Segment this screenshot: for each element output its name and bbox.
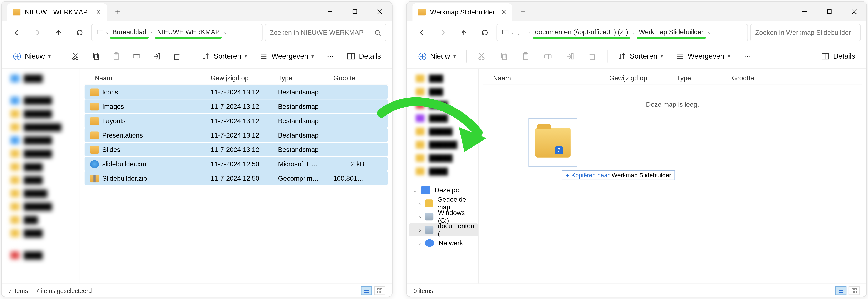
- maximize-button[interactable]: [342, 2, 367, 21]
- navigation-pane[interactable]: ████ ██████ ██████ ████████ ██████ █████…: [2, 69, 80, 284]
- chevron-down-icon: ▾: [454, 53, 456, 59]
- breadcrumb-segment[interactable]: documenten (\\ppt-office01) (Z:): [533, 27, 630, 38]
- col-type[interactable]: Type: [670, 74, 725, 81]
- tab-active[interactable]: Werkmap Slidebuilder ✕: [412, 3, 512, 21]
- chevron-right-icon: ›: [106, 30, 108, 36]
- plus-icon: +: [565, 172, 569, 178]
- table-row[interactable]: Presentations11-7-2024 13:12Bestandsmap: [85, 128, 388, 142]
- table-row[interactable]: Images11-7-2024 13:12Bestandsmap: [85, 99, 388, 113]
- paste-button[interactable]: [516, 48, 535, 64]
- breadcrumb-segment[interactable]: Bureaublad: [110, 27, 149, 38]
- back-button[interactable]: [412, 24, 431, 41]
- maximize-button[interactable]: [816, 2, 841, 21]
- col-modified[interactable]: Gewijzigd op: [204, 74, 272, 81]
- sort-button[interactable]: Sorteren ▾: [197, 48, 252, 64]
- share-button[interactable]: [561, 48, 579, 64]
- tree-documenten[interactable]: ›documenten (: [409, 223, 478, 236]
- details-view-toggle[interactable]: [361, 286, 372, 295]
- tree-network[interactable]: ›Netwerk: [409, 236, 478, 250]
- tree-shared[interactable]: ›Gedeelde map: [409, 197, 478, 210]
- svg-rect-28: [348, 53, 354, 59]
- svg-rect-1: [353, 9, 356, 13]
- file-list[interactable]: Naam Gewijzigd op Type Grootte Deze map …: [479, 69, 866, 284]
- table-row[interactable]: Layouts11-7-2024 13:12Bestandsmap: [85, 114, 388, 128]
- search-box[interactable]: [265, 24, 386, 41]
- thumbnail-view-toggle[interactable]: [848, 286, 860, 295]
- back-button[interactable]: [7, 24, 26, 41]
- folder-icon: [90, 117, 99, 125]
- svg-line-7: [379, 34, 380, 35]
- more-button[interactable]: ⋯: [322, 48, 339, 64]
- explorer-window-target: Werkmap Slidebuilder ✕ ＋ › … › documente…: [406, 1, 867, 297]
- search-input[interactable]: [270, 29, 371, 36]
- forward-button[interactable]: [433, 24, 452, 41]
- delete-button[interactable]: [168, 48, 186, 64]
- search-box[interactable]: [750, 24, 861, 41]
- table-row[interactable]: Icons11-7-2024 13:12Bestandsmap: [85, 85, 388, 99]
- refresh-button[interactable]: [475, 24, 494, 41]
- table-row[interactable]: Slides11-7-2024 13:12Bestandsmap: [85, 142, 388, 156]
- new-tab-button[interactable]: ＋: [515, 4, 531, 20]
- view-button[interactable]: Weergeven ▾: [255, 48, 319, 64]
- breadcrumb-overflow[interactable]: …: [516, 28, 527, 38]
- address-bar[interactable]: › … › documenten (\\ppt-office01) (Z:) ›…: [496, 24, 748, 41]
- column-headers[interactable]: Naam Gewijzigd op Type Grootte: [483, 71, 862, 85]
- col-name[interactable]: Naam: [483, 74, 602, 81]
- paste-button[interactable]: [107, 48, 125, 64]
- new-button[interactable]: Nieuw ▾: [413, 48, 461, 64]
- svg-point-6: [375, 30, 379, 34]
- cut-button[interactable]: [67, 48, 84, 64]
- tree-this-pc[interactable]: ⌄Deze pc: [409, 184, 478, 197]
- col-size[interactable]: Grootte: [327, 74, 371, 81]
- file-list[interactable]: Naam Gewijzigd op Type Grootte Icons11-7…: [80, 69, 392, 284]
- close-tab-button[interactable]: ✕: [96, 8, 101, 16]
- view-button[interactable]: Weergeven ▾: [671, 48, 735, 64]
- empty-message: Deze map is leeg.: [483, 85, 862, 108]
- thumbnail-view-toggle[interactable]: [374, 286, 385, 295]
- col-type[interactable]: Type: [271, 74, 327, 81]
- file-name: Images: [102, 102, 124, 110]
- navigation-pane[interactable]: ███ ███ ████ ████ █████ ██████ █████ ███…: [407, 69, 479, 284]
- drop-action: Kopiëren naar: [571, 172, 610, 178]
- folder-icon: [90, 146, 99, 153]
- toolbar: Nieuw ▾ Sorteren ▾ Weergeven ▾ ⋯ Details: [2, 44, 392, 69]
- copy-button[interactable]: [87, 48, 104, 64]
- refresh-button[interactable]: [70, 24, 89, 41]
- tree-windows-c[interactable]: ›Windows (C:): [409, 210, 478, 223]
- close-window-button[interactable]: [841, 2, 866, 21]
- table-row[interactable]: Slidebuilder.zip11-7-2024 12:50Gecomprim…: [85, 171, 388, 185]
- rename-button[interactable]: [538, 48, 557, 64]
- details-pane-button[interactable]: Details: [342, 48, 385, 64]
- close-window-button[interactable]: [367, 2, 392, 21]
- details-pane-button[interactable]: Details: [817, 48, 860, 64]
- share-button[interactable]: [148, 48, 165, 64]
- breadcrumb-segment[interactable]: NIEUWE WERKMAP: [155, 27, 222, 38]
- search-input[interactable]: [755, 29, 856, 36]
- address-bar[interactable]: › Bureaublad › NIEUWE WERKMAP ›: [91, 24, 262, 41]
- col-size[interactable]: Grootte: [725, 74, 769, 81]
- cut-button[interactable]: [472, 48, 491, 64]
- up-button[interactable]: [455, 24, 473, 41]
- new-button[interactable]: Nieuw ▾: [8, 48, 56, 64]
- col-name[interactable]: Naam: [85, 74, 204, 81]
- tab-active[interactable]: NIEUWE WERKMAP ✕: [7, 3, 106, 21]
- sort-button[interactable]: Sorteren ▾: [613, 48, 668, 64]
- minimize-button[interactable]: [317, 2, 342, 21]
- more-button[interactable]: ⋯: [738, 48, 757, 64]
- sort-label: Sorteren: [630, 52, 657, 60]
- delete-button[interactable]: [583, 48, 601, 64]
- copy-button[interactable]: [494, 48, 513, 64]
- new-tab-button[interactable]: ＋: [110, 4, 125, 20]
- close-tab-button[interactable]: ✕: [501, 8, 506, 16]
- column-headers[interactable]: Naam Gewijzigd op Type Grootte: [85, 71, 388, 85]
- svg-rect-36: [380, 291, 382, 293]
- forward-button[interactable]: [28, 24, 47, 41]
- svg-line-13: [74, 53, 78, 57]
- minimize-button[interactable]: [792, 2, 816, 21]
- col-modified[interactable]: Gewijzigd op: [602, 74, 670, 81]
- up-button[interactable]: [49, 24, 68, 41]
- rename-button[interactable]: [128, 48, 145, 64]
- details-view-toggle[interactable]: [835, 286, 846, 295]
- breadcrumb-segment[interactable]: Werkmap Slidebuilder: [637, 27, 706, 38]
- table-row[interactable]: slidebuilder.xml11-7-2024 12:50Microsoft…: [85, 157, 388, 171]
